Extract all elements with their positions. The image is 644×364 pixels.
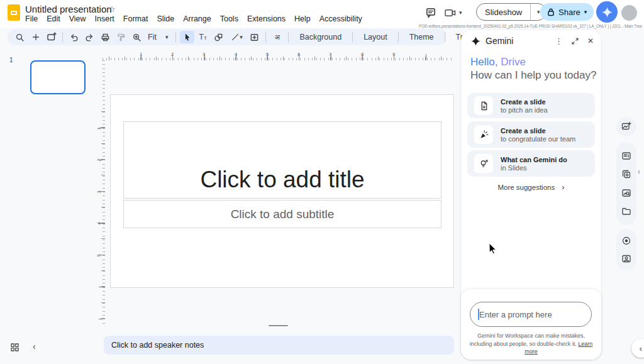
document-title[interactable]: Untitled presentation [25,4,112,14]
caret-down-icon: ▾ [459,10,462,16]
disclaimer-text: Gemini for Workspace can make mistakes, … [470,333,585,347]
card-title: What can Gemini do [501,156,567,163]
close-panel-button[interactable]: ✕ [587,36,594,45]
suggestion-card-pitch[interactable]: Create a slide to pitch an idea [467,93,595,118]
greeting-name: Drive [501,56,526,68]
search-icon [15,33,25,42]
account-avatar[interactable] [621,5,637,21]
star-icon[interactable]: ☆ [108,4,116,14]
slide-canvas[interactable]: Click to add title Click to add subtitle [110,94,454,288]
grid-view-button[interactable] [11,343,19,351]
menu-bar: File Edit View Insert Format Slide Arran… [25,14,362,23]
insert-image-button[interactable] [621,121,631,131]
video-camera-icon [444,8,457,18]
caret-down-icon[interactable]: ▾ [584,9,587,15]
rail-group-tools [616,142,636,225]
ruler-tick-label: 4 [235,52,237,57]
panel-menu-button[interactable]: ⋮ [555,36,563,46]
ruler-tick-label: 4 [96,222,102,224]
more-suggestions-button[interactable]: More suggestions › [461,182,601,192]
card-subtitle: to pitch an idea [501,106,548,114]
slide-thumbnail[interactable] [30,60,86,94]
zoom-value: Fit [148,33,157,41]
menu-slide[interactable]: Slide [157,14,174,23]
suggestion-card-what-can-gemini-do[interactable]: What can Gemini do in Slides [467,150,595,177]
ruler-tick-label: 5 [96,254,102,256]
menu-format[interactable]: Format [123,14,148,23]
card-subtitle: to congratulate our team [501,135,575,143]
print-button[interactable] [98,31,113,43]
folder-button[interactable] [621,206,631,216]
rail-group-capture [616,229,636,270]
chevron-left-icon: ‹ [640,344,642,353]
ruler-tick-label: 2 [171,52,174,57]
theme-button[interactable]: Theme [402,33,441,41]
redo-icon [85,33,94,42]
collapse-side-panel-button[interactable]: ‹ [631,339,644,358]
ruler-tick-label: 8 [361,52,364,57]
speaker-notes-bar[interactable]: Click to add speaker notes [104,336,454,355]
collapse-rail-chevron[interactable]: ‹ [638,167,640,176]
main-toolbar: Fit ▾ Tт ▾ अ Background Layout Theme [8,29,447,45]
menu-arrange[interactable]: Arrange [183,14,211,23]
title-placeholder[interactable]: Click to add title [123,121,441,199]
gemini-panel-title: Gemini [486,36,513,46]
record-button[interactable] [621,236,631,246]
text-box-icon: Tт [198,32,208,42]
comments-button[interactable] [425,7,436,18]
toolbar-separator [175,32,176,42]
collapse-filmstrip-button[interactable]: ‹ [33,341,36,351]
new-slide-button[interactable] [44,31,58,43]
copies-button[interactable] [621,169,631,179]
insert-line-button[interactable]: ▾ [227,31,246,43]
prompt-input[interactable] [479,302,585,326]
select-tool-button[interactable] [180,31,194,43]
gemini-button[interactable] [596,1,618,23]
camera-button[interactable] [621,253,631,263]
menu-insert[interactable]: Insert [95,14,114,23]
ruler-tick-label: 3 [203,52,205,57]
share-button[interactable]: Share ▾ [540,3,594,21]
redo-button[interactable] [82,31,97,43]
build-info-text: POD editors.presentations-frontend_20250… [419,24,642,28]
undo-button[interactable] [67,31,81,43]
zoom-select[interactable]: Fit ▾ [145,33,172,41]
zoom-button[interactable] [130,31,144,43]
horizontal-ruler: 1 2 3 4 5 6 7 8 9 [103,53,454,60]
menu-edit[interactable]: Edit [47,14,60,23]
suggestion-card-congratulate[interactable]: Create a slide to congratulate our team [467,121,595,148]
share-button-label: Share [558,8,580,17]
ruler-tick-label: 5 [266,52,269,57]
layout-button[interactable]: Layout [357,33,394,41]
subtitle-placeholder[interactable]: Click to add subtitle [123,200,441,228]
menu-extensions[interactable]: Extensions [247,14,286,23]
image-search-button[interactable] [621,188,631,198]
insert-placeholder-button[interactable] [247,31,262,43]
menu-accessibility[interactable]: Accessibility [319,14,362,23]
ruler-tick-label: 9 [392,52,395,57]
menu-tools[interactable]: Tools [220,14,238,23]
comment-icon [425,7,436,18]
slide-layouts-button[interactable] [621,151,631,161]
quick-add-button[interactable] [28,31,43,43]
paint-format-button[interactable] [114,31,128,43]
insert-shape-button[interactable] [211,31,226,43]
slideshow-button[interactable]: Slideshow [477,4,530,20]
ruler-tick-label: 7 [329,52,331,57]
notes-resize-handle[interactable] [269,325,288,326]
menu-view[interactable]: View [69,14,86,23]
slides-logo-icon[interactable] [8,4,20,21]
stacked-copies-icon [621,169,631,179]
join-call-button[interactable]: ▾ [444,8,462,18]
shapes-icon [214,33,223,42]
zoom-in-icon [132,33,142,42]
menu-file[interactable]: File [25,14,38,23]
expand-panel-icon[interactable] [571,37,579,45]
input-tools-button[interactable]: अ [270,31,284,43]
search-menus-button[interactable] [13,31,27,43]
menu-help[interactable]: Help [294,14,311,23]
gemini-spark-icon [471,36,480,46]
toolbar-separator [445,32,445,42]
text-box-button[interactable]: Tт [196,31,210,43]
background-button[interactable]: Background [292,33,348,41]
